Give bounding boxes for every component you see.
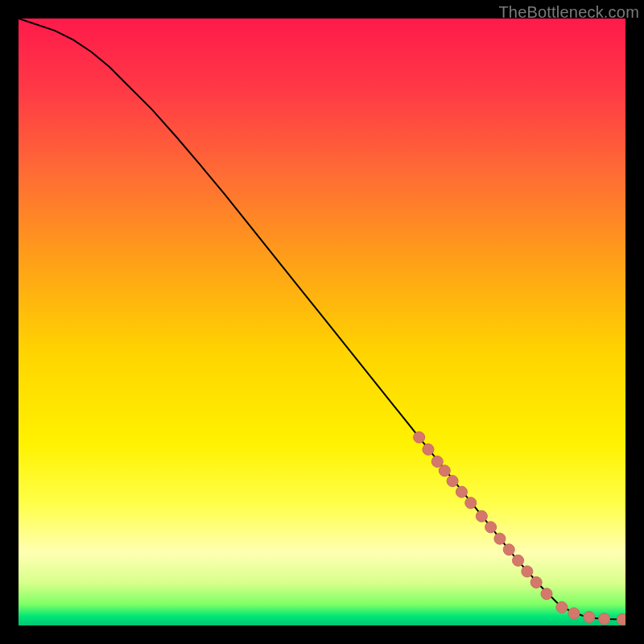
- chart-dot: [584, 611, 595, 622]
- chart-dot: [599, 613, 610, 625]
- watermark-text: TheBottleneck.com: [498, 3, 639, 22]
- chart-dot: [541, 588, 552, 600]
- chart-dot: [465, 497, 477, 509]
- chart-dot: [439, 465, 450, 477]
- chart-frame: [19, 19, 625, 625]
- chart-dot: [617, 613, 625, 625]
- chart-dot: [513, 555, 524, 566]
- chart-dot: [447, 476, 458, 487]
- chart-dot: [414, 431, 425, 443]
- chart-dot: [494, 533, 506, 544]
- chart-plot: [19, 19, 625, 625]
- chart-dot: [423, 444, 434, 455]
- chart-dot: [431, 456, 443, 467]
- chart-dot: [530, 576, 542, 588]
- chart-background: [19, 19, 625, 625]
- chart-dot: [476, 510, 487, 522]
- chart-dot: [485, 522, 497, 533]
- chart-dot: [456, 486, 467, 497]
- chart-dot: [568, 608, 580, 619]
- chart-dot: [556, 601, 568, 613]
- chart-dot: [522, 566, 533, 577]
- chart-dot: [503, 544, 514, 555]
